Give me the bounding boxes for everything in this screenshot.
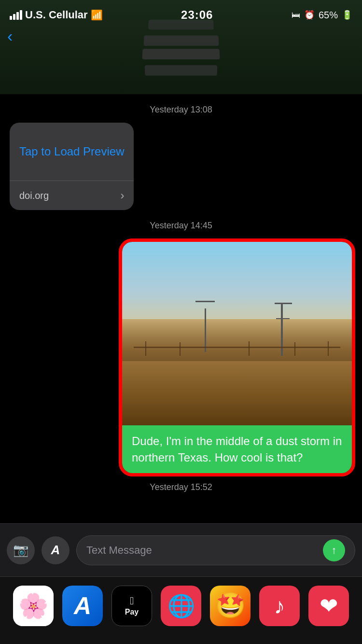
link-preview-top[interactable]: Tap to Load Preview: [10, 123, 134, 181]
appstore-input-icon: A: [51, 543, 60, 558]
chevron-right-icon: ›: [120, 189, 124, 202]
tap-to-load-label[interactable]: Tap to Load Preview: [19, 145, 124, 158]
timestamp-2: Yesterday 14:45: [0, 221, 362, 231]
timestamp-1: Yesterday 13:08: [0, 105, 362, 115]
tower-right-arm-top: [275, 303, 292, 304]
timestamp-3: Yesterday 15:52: [0, 482, 362, 492]
sent-message-text: Dude, I'm in the middle of a dust storm …: [132, 434, 342, 464]
send-button[interactable]: ↑: [323, 539, 345, 561]
alarm-icon: ⏰: [304, 10, 315, 20]
link-preview-card[interactable]: Tap to Load Preview doi.org ›: [10, 123, 134, 210]
carrier-label: U.S. Cellular: [25, 9, 88, 21]
blur-card-4: [145, 65, 217, 76]
status-right: 🛏 ⏰ 65% 🔋: [292, 10, 352, 21]
appstore-input-button[interactable]: A: [42, 536, 70, 564]
music-note-icon: ♪: [274, 593, 285, 619]
appstore-app-icon: A: [62, 586, 103, 626]
contact-avatar-blurred: [142, 22, 220, 73]
battery-icon: 🔋: [342, 10, 352, 20]
dock-music-icon[interactable]: ♪: [259, 586, 300, 626]
camera-icon: 📷: [13, 543, 28, 558]
brush-layer: [122, 321, 352, 361]
bed-icon: 🛏: [292, 10, 300, 20]
chat-area: Yesterday 13:08 Tap to Load Preview doi.…: [0, 94, 362, 552]
sent-text-bubble: Dude, I'm in the middle of a dust storm …: [122, 425, 352, 473]
photos-app-icon: 🌸: [13, 586, 54, 626]
fence-post-4: [294, 342, 295, 356]
fence-line: [134, 347, 340, 348]
dock-appstore-icon[interactable]: A: [62, 586, 103, 626]
received-bubble-link[interactable]: Tap to Load Preview doi.org ›: [10, 123, 134, 210]
photos-flower-icon: 🌸: [18, 592, 48, 620]
battery-percent: 65%: [319, 10, 338, 21]
dock-heart-icon[interactable]: ❤: [308, 586, 349, 626]
photo-message[interactable]: [122, 242, 352, 425]
time-label: 23:06: [181, 8, 213, 22]
status-bar: U.S. Cellular 📶 23:06 🛏 ⏰ 65% 🔋: [0, 0, 362, 25]
dock-applepay-icon[interactable]:  Pay: [111, 586, 152, 626]
tower-right-arm-mid: [276, 318, 290, 319]
dock-photos-icon[interactable]: 🌸: [13, 586, 54, 626]
globe-icon: 🌐: [167, 593, 195, 619]
heart-icon: ❤: [320, 593, 338, 619]
tower-left-arm: [195, 301, 215, 302]
status-left: U.S. Cellular 📶: [10, 9, 103, 21]
fence-post-2: [180, 342, 181, 356]
dock-memoji-icon[interactable]: 🤩: [210, 586, 251, 626]
dock: 🌸 A  Pay 🌐 🤩 ♪ ❤: [0, 576, 362, 644]
blur-card-3: [142, 49, 220, 59]
wifi-icon: 📶: [91, 9, 103, 21]
memoji-face-icon: 🤩: [215, 591, 246, 620]
input-bar: 📷 A Text Message ↑: [0, 523, 362, 576]
link-domain-label: doi.org: [19, 190, 49, 201]
applepay-text: Pay: [125, 607, 139, 616]
red-outlined-bubble: Dude, I'm in the middle of a dust storm …: [119, 238, 355, 476]
fence-post-5: [328, 341, 329, 356]
tower-left-icon: [205, 308, 206, 352]
appstore-letter-icon: A: [74, 592, 91, 620]
message-input-container[interactable]: Text Message ↑: [76, 535, 355, 565]
fence-post-1: [145, 341, 146, 356]
message-input-placeholder[interactable]: Text Message: [86, 544, 323, 557]
signal-bars-icon: [10, 10, 22, 20]
apple-logo-icon: : [130, 595, 134, 607]
link-preview-bottom[interactable]: doi.org ›: [10, 181, 134, 210]
blur-card-2: [143, 35, 219, 46]
send-arrow-icon: ↑: [332, 544, 337, 557]
dock-browser-icon[interactable]: 🌐: [161, 586, 201, 626]
fence-post-3: [249, 341, 250, 356]
sent-message-group: Dude, I'm in the middle of a dust storm …: [0, 238, 355, 476]
camera-button[interactable]: 📷: [7, 536, 35, 564]
back-button[interactable]: ‹: [7, 27, 13, 45]
